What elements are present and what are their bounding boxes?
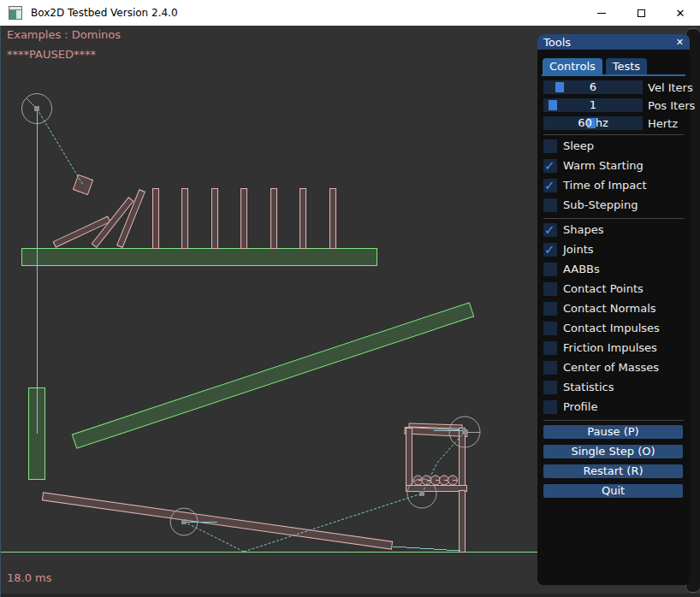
checkbox-row-contact-points: Contact Points	[543, 282, 684, 296]
paused-text: ****PAUSED****	[7, 48, 96, 61]
checkbox-contact-impulses[interactable]	[543, 322, 557, 335]
checkbox-profile[interactable]	[543, 400, 557, 414]
distance-joint-b	[244, 494, 422, 552]
domino-standing-7	[329, 188, 335, 248]
window-titlebar[interactable]: Box2D Testbed Version 2.4.0 ✕	[0, 0, 700, 26]
tools-panel: Tools ✕ ControlsTests 6Vel Iters1Pos Ite…	[537, 34, 690, 585]
checkmark-icon: ✓	[544, 158, 555, 174]
domino-shelf	[21, 248, 377, 265]
checkbox-contact-points[interactable]	[543, 282, 557, 296]
separator	[543, 134, 684, 135]
checkbox-row-aabbs: AABBs	[543, 263, 684, 276]
separator	[543, 420, 684, 421]
tab-tests[interactable]: Tests	[606, 58, 647, 74]
slider-label: Pos Iters	[648, 99, 695, 112]
slider-label: Vel Iters	[648, 81, 693, 94]
minimize-button[interactable]	[582, 0, 621, 26]
separator	[543, 218, 684, 219]
minimize-icon	[597, 13, 606, 14]
tab-controls[interactable]: Controls	[543, 58, 602, 74]
checkbox-row-joints: ✓Joints	[543, 243, 684, 257]
slider-label: Hertz	[648, 117, 678, 130]
slider-track[interactable]: 1	[543, 98, 643, 112]
window-bottom-border	[0, 594, 700, 597]
app-icon	[9, 6, 22, 20]
tools-tabbar: ControlsTests	[537, 58, 690, 74]
checkbox-row-warm-starting: ✓Warm Starting	[543, 159, 684, 173]
slider-value: 1	[543, 98, 643, 112]
checkbox-row-time-of-impact: ✓Time of Impact	[543, 179, 684, 192]
checkbox-contact-normals[interactable]	[543, 302, 557, 316]
checkbox-label: Friction Impulses	[563, 341, 657, 355]
checkbox-row-friction-impulses: Friction Impulses	[543, 341, 684, 355]
checkbox-label: Profile	[563, 400, 597, 414]
checkbox-row-profile: Profile	[543, 400, 684, 414]
checkmark-icon: ✓	[544, 222, 555, 238]
tools-title: Tools	[543, 36, 571, 49]
checkbox-row-center-of-masses: Center of Masses	[543, 361, 684, 375]
domino-standing-4	[241, 188, 247, 248]
slider-row-vel-iters: 6Vel Iters	[543, 80, 684, 94]
checkbox-label: Sub-Stepping	[563, 198, 638, 212]
checkbox-joints[interactable]: ✓	[543, 243, 557, 257]
checkbox-time-of-impact[interactable]: ✓	[543, 179, 557, 192]
checkbox-center-of-masses[interactable]	[543, 361, 557, 375]
app-window: { "window": { "title": "Box2D Testbed Ve…	[0, 0, 700, 597]
checkbox-label: Shapes	[563, 223, 603, 237]
maximize-button[interactable]	[621, 0, 661, 26]
close-icon: ✕	[676, 8, 685, 19]
domino-standing-1	[152, 188, 158, 248]
frame-time: 18.0 ms	[7, 571, 52, 584]
slider-row-pos-iters: 1Pos Iters	[543, 98, 684, 112]
checkbox-row-statistics: Statistics	[543, 381, 684, 394]
tools-titlebar[interactable]: Tools ✕	[537, 34, 690, 50]
checkmark-icon: ✓	[544, 242, 555, 257]
tools-body: 6Vel Iters1Pos Iters60 hzHertzSleep✓Warm…	[537, 76, 690, 498]
slider-value: 60 hz	[543, 116, 643, 130]
tools-close-icon[interactable]: ✕	[676, 38, 684, 47]
checkbox-label: Center of Masses	[563, 361, 659, 375]
window-title: Box2D Testbed Version 2.4.0	[31, 7, 178, 19]
checkbox-friction-impulses[interactable]	[543, 341, 557, 355]
pendulum-box	[73, 174, 92, 194]
checkbox-row-sleep: Sleep	[543, 139, 684, 153]
checkbox-row-contact-impulses: Contact Impulses	[543, 322, 684, 335]
quit-button[interactable]: Quit	[543, 484, 683, 498]
close-button[interactable]: ✕	[661, 0, 700, 26]
domino-standing-2	[182, 188, 188, 248]
checkbox-aabbs[interactable]	[543, 263, 557, 276]
domino-fallen-3	[117, 190, 145, 248]
checkbox-warm-starting[interactable]: ✓	[543, 159, 557, 173]
crate-right-wall	[459, 428, 465, 488]
maximize-icon	[638, 9, 645, 17]
domino-standing-3	[211, 188, 217, 248]
example-title: Examples : Dominos	[7, 28, 121, 41]
distance-joint-pendulum	[37, 109, 83, 185]
checkbox-label: Contact Impulses	[563, 322, 660, 335]
anchor-point-1	[34, 106, 39, 111]
checkbox-statistics[interactable]	[543, 381, 557, 394]
single-step-o-button[interactable]: Single Step (O)	[543, 445, 683, 458]
slider-track[interactable]: 60 hz	[543, 116, 643, 130]
checkbox-label: Contact Points	[563, 282, 644, 296]
window-left-border	[0, 26, 1, 597]
checkbox-label: Time of Impact	[563, 179, 647, 192]
checkbox-row-sub-stepping: Sub-Stepping	[543, 198, 684, 212]
checkbox-label: Contact Normals	[563, 302, 656, 316]
domino-standing-5	[270, 188, 276, 248]
domino-standing-6	[300, 188, 306, 248]
seesaw-plank	[42, 493, 392, 549]
checkbox-row-shapes: ✓Shapes	[543, 223, 684, 237]
checkbox-label: AABBs	[563, 263, 600, 276]
slider-track[interactable]: 6	[543, 80, 643, 94]
restart-r-button[interactable]: Restart (R)	[543, 464, 683, 478]
slider-value: 6	[543, 80, 643, 94]
checkbox-label: Joints	[563, 243, 594, 257]
checkbox-sub-stepping[interactable]	[543, 198, 557, 212]
checkbox-sleep[interactable]	[543, 139, 557, 153]
checkbox-label: Sleep	[563, 139, 594, 153]
checkbox-shapes[interactable]: ✓	[543, 223, 557, 237]
pause-p-button[interactable]: Pause (P)	[543, 425, 683, 439]
button-column: Pause (P)Single Step (O)Restart (R)Quit	[543, 425, 684, 498]
crate-left-wall	[406, 428, 412, 488]
